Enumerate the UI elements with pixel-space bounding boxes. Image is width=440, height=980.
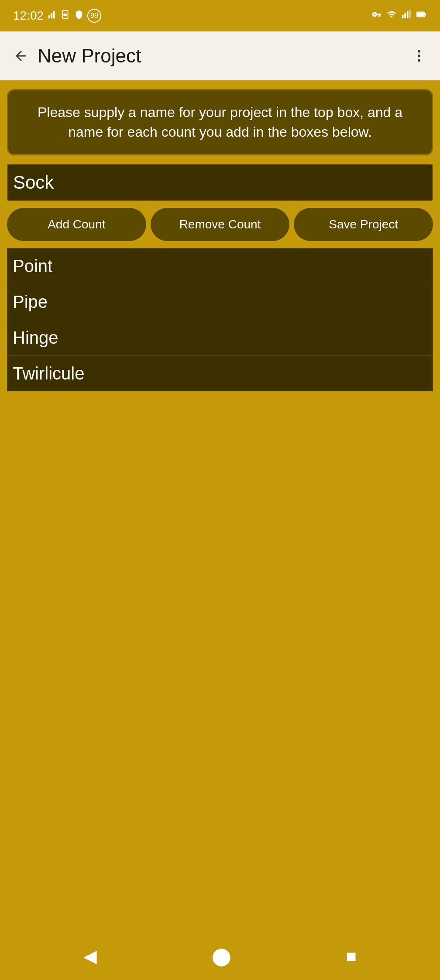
app-bar: New Project bbox=[0, 31, 440, 80]
svg-point-12 bbox=[418, 50, 420, 53]
status-bar: 12:02 99 bbox=[0, 0, 440, 31]
nav-back-button[interactable]: ◀ bbox=[83, 946, 97, 966]
shield-icon bbox=[74, 10, 84, 22]
svg-rect-0 bbox=[48, 15, 50, 18]
svg-point-13 bbox=[418, 55, 420, 57]
remove-count-button[interactable]: Remove Count bbox=[151, 208, 290, 241]
signal-strength-icon bbox=[402, 10, 411, 22]
svg-rect-11 bbox=[417, 12, 425, 16]
key-icon bbox=[372, 10, 382, 22]
svg-rect-7 bbox=[407, 11, 409, 18]
svg-rect-2 bbox=[53, 11, 55, 18]
add-count-button[interactable]: Add Count bbox=[7, 208, 146, 241]
wifi-icon bbox=[386, 10, 397, 22]
svg-rect-8 bbox=[409, 10, 411, 18]
more-options-button[interactable] bbox=[411, 48, 427, 64]
nav-back-icon: ◀ bbox=[83, 946, 97, 966]
count-input-3[interactable] bbox=[7, 355, 433, 392]
battery-icon bbox=[416, 10, 427, 22]
info-box: Please supply a name for your project in… bbox=[7, 89, 433, 155]
page-title: New Project bbox=[38, 45, 141, 67]
back-button[interactable] bbox=[13, 48, 29, 64]
circle-99-icon: 99 bbox=[87, 9, 101, 23]
status-icons-left: 99 bbox=[48, 9, 101, 23]
signal-icon bbox=[48, 10, 58, 22]
svg-rect-10 bbox=[425, 13, 426, 16]
count-input-2[interactable] bbox=[7, 320, 433, 355]
svg-rect-1 bbox=[51, 13, 52, 18]
main-content: Please supply a name for your project in… bbox=[0, 80, 440, 932]
svg-rect-5 bbox=[402, 15, 404, 18]
svg-rect-6 bbox=[404, 13, 406, 18]
nav-home-button[interactable]: ⬤ bbox=[212, 946, 231, 966]
nav-recents-icon: ■ bbox=[346, 946, 357, 966]
nav-home-icon: ⬤ bbox=[212, 946, 231, 966]
save-project-button[interactable]: Save Project bbox=[294, 208, 433, 241]
app-bar-left: New Project bbox=[13, 45, 141, 67]
sim-icon bbox=[61, 10, 71, 22]
status-bar-left: 12:02 99 bbox=[13, 9, 101, 23]
status-time: 12:02 bbox=[13, 9, 44, 23]
count-inputs-container bbox=[7, 248, 433, 392]
count-input-0[interactable] bbox=[7, 248, 433, 284]
svg-rect-4 bbox=[64, 14, 67, 16]
project-name-input[interactable] bbox=[7, 164, 433, 201]
svg-point-14 bbox=[418, 59, 420, 62]
info-text: Please supply a name for your project in… bbox=[19, 103, 421, 142]
count-input-1[interactable] bbox=[7, 284, 433, 320]
nav-recents-button[interactable]: ■ bbox=[346, 946, 357, 966]
nav-bar: ◀ ⬤ ■ bbox=[0, 932, 440, 980]
status-bar-right bbox=[372, 10, 427, 22]
button-row: Add Count Remove Count Save Project bbox=[7, 208, 433, 241]
